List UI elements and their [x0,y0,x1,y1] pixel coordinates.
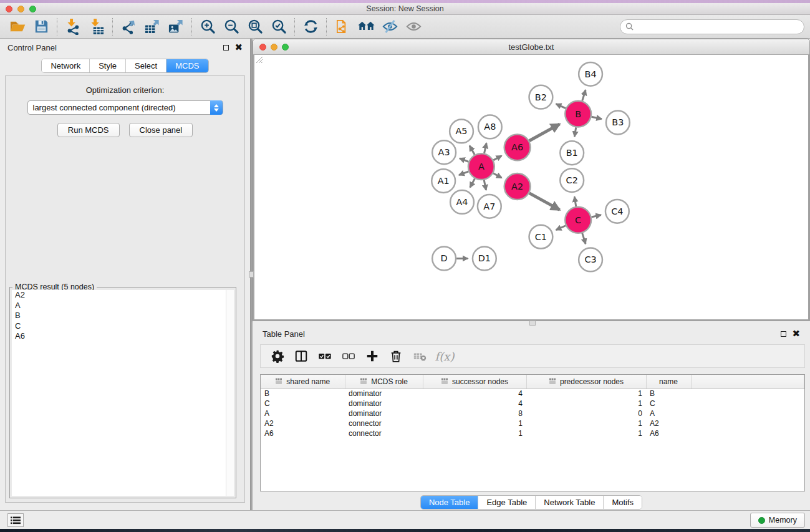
graph-edge-A-A3[interactable] [460,158,468,162]
column-header-successor-nodes[interactable]: successor nodes [423,375,526,389]
open-session-button[interactable] [6,16,29,37]
float-table-panel-icon[interactable] [781,331,786,337]
float-panel-icon[interactable] [223,45,229,51]
table-cell[interactable]: 1 [423,418,526,428]
close-table-panel-icon[interactable]: ✖ [792,331,800,337]
graph-edge-A6-B[interactable] [529,124,560,141]
vertical-splitter-handle[interactable] [249,271,254,278]
graph-node-A2[interactable]: A2 [504,173,531,200]
graph-node-B3[interactable]: B3 [606,111,630,135]
mcds-result-item[interactable]: C [12,321,234,332]
graph-edge-A2-C[interactable] [529,193,560,210]
graph-node-A3[interactable]: A3 [432,140,456,164]
graph-edge-C-C4[interactable] [592,215,601,217]
search-input[interactable] [637,22,799,31]
tab-node-table[interactable]: Node Table [421,496,479,509]
tab-edge-table[interactable]: Edge Table [478,496,536,509]
table-settings-button[interactable] [267,347,288,365]
graph-node-C1[interactable]: C1 [529,225,553,249]
table-cell[interactable]: 4 [423,389,526,399]
table-cell[interactable]: A2 [646,418,691,428]
tab-network-table[interactable]: Network Table [536,496,604,509]
graph-node-C3[interactable]: C3 [579,248,602,272]
criterion-dropdown[interactable]: largest connected component (directed) [27,100,223,115]
graph-node-C[interactable]: C [565,207,591,233]
graph-edge-C-C3[interactable] [582,233,586,244]
graph-edge-B-B3[interactable] [592,117,602,119]
tab-style[interactable]: Style [90,59,126,72]
zoom-selected-button[interactable] [267,16,291,37]
table-cell[interactable]: A [261,409,345,418]
graph-node-D1[interactable]: D1 [473,247,496,271]
table-cell[interactable]: A [646,409,691,418]
graph-node-A5[interactable]: A5 [450,120,473,143]
graph-edge-B-B4[interactable] [582,90,586,100]
delete-table-button[interactable] [409,347,430,365]
refresh-view-button[interactable] [299,16,322,37]
save-session-button[interactable] [29,16,53,37]
graph-node-B4[interactable]: B4 [579,62,602,86]
table-cell[interactable]: 1 [526,389,646,399]
tab-network[interactable]: Network [42,59,90,72]
table-cell[interactable]: A6 [261,428,345,438]
table-cell[interactable]: C [261,399,345,409]
table-cell[interactable]: connector [345,418,423,428]
memory-button[interactable]: Memory [750,513,805,528]
horizontal-splitter[interactable] [253,321,810,326]
select-all-button[interactable] [314,347,335,365]
table-cell[interactable]: C [646,399,691,409]
zoom-in-button[interactable] [196,16,219,37]
tab-mcds[interactable]: MCDS [166,59,208,72]
table-cell[interactable]: B [646,389,691,399]
graph-node-B1[interactable]: B1 [560,141,584,165]
graph-edge-A-A4[interactable] [470,178,475,187]
table-cell[interactable]: 1 [526,399,646,409]
import-network-button[interactable] [61,16,85,37]
add-column-button[interactable] [362,347,383,365]
graph-node-A7[interactable]: A7 [478,195,501,218]
tab-motifs[interactable]: Motifs [604,496,642,509]
column-layout-button[interactable] [291,347,312,365]
close-panel-button[interactable]: Close panel [129,123,193,137]
table-cell[interactable]: A2 [261,418,345,428]
import-table-button[interactable] [85,16,108,37]
table-cell[interactable]: dominator [345,409,423,418]
graph-edge-C-C1[interactable] [556,226,566,230]
table-cell[interactable]: 1 [423,428,526,438]
graph-edge-B-B1[interactable] [574,127,576,137]
table-row[interactable]: A6connector11A6 [261,428,804,438]
zoom-fit-button[interactable] [243,16,267,37]
graph-node-A[interactable]: A [468,153,494,180]
column-header-shared-name[interactable]: shared name [261,375,345,389]
table-cell[interactable]: 1 [526,428,646,438]
horizontal-splitter-handle[interactable] [529,321,536,326]
graph-edge-A-A1[interactable] [459,172,468,175]
network-from-selection-button[interactable] [330,16,354,37]
create-view-button[interactable] [354,16,378,37]
graph-node-B[interactable]: B [565,101,591,127]
column-header-mcds-role[interactable]: MCDS role [345,375,423,389]
table-row[interactable]: A2connector11A2 [261,418,804,428]
graph-edge-A-A5[interactable] [470,146,475,155]
export-network-button[interactable] [117,16,140,37]
table-cell[interactable]: B [261,389,345,399]
graph-edge-A-A6[interactable] [493,156,501,160]
deselect-all-button[interactable] [338,347,359,365]
network-canvas[interactable]: B4B2BB3A5A8A6A3B1AA1C2A2A4A7CC4C1C3DD1 [253,55,809,321]
graph-node-A1[interactable]: A1 [432,169,455,193]
column-header-predecessor-nodes[interactable]: predecessor nodes [526,375,646,389]
table-row[interactable]: Cdominator41C [261,399,804,409]
table-cell[interactable]: 4 [423,399,526,409]
column-header-name[interactable]: name [646,375,691,389]
table-row[interactable]: Adominator80A [261,409,804,418]
close-panel-icon[interactable]: ✖ [234,44,243,51]
tab-select[interactable]: Select [126,59,166,72]
delete-column-button[interactable] [385,347,407,365]
table-row[interactable]: Bdominator41B [261,389,804,399]
export-table-button[interactable] [140,16,164,37]
table-cell[interactable]: 1 [526,418,646,428]
table-cell[interactable]: A6 [646,428,691,438]
function-builder-button[interactable]: f(x) [433,347,454,365]
graph-node-A8[interactable]: A8 [478,115,502,139]
graph-node-A4[interactable]: A4 [450,190,474,214]
